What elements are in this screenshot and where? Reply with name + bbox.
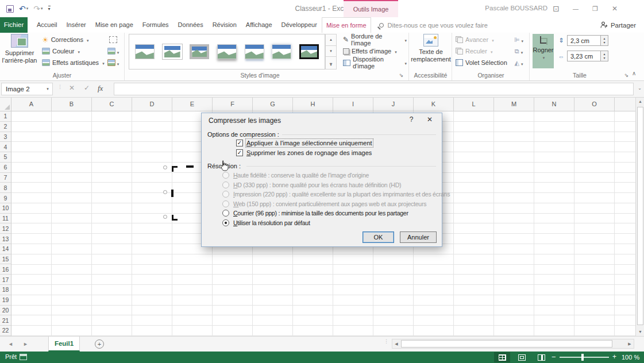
- formula-input[interactable]: [114, 83, 634, 95]
- scroll-left-button[interactable]: ◀: [392, 339, 400, 348]
- crop-handle-top-middle[interactable]: [186, 165, 194, 168]
- column-header[interactable]: O: [574, 98, 615, 111]
- macro-record-icon[interactable]: [20, 354, 27, 360]
- compress-pictures-button[interactable]: [106, 34, 121, 45]
- align-button[interactable]: ⊫: [511, 34, 526, 45]
- row-header[interactable]: 1: [0, 111, 11, 122]
- tell-me-search[interactable]: Dites-nous ce que vous voulez faire: [379, 17, 488, 33]
- scroll-down-button[interactable]: ▼: [637, 328, 644, 336]
- new-sheet-button[interactable]: +: [95, 339, 104, 349]
- reculer-button[interactable]: Reculer: [454, 45, 509, 57]
- horizontal-scrollbar[interactable]: ◀ ▶: [392, 339, 634, 349]
- radio-resolution-defaut[interactable]: Utiliser la résolution par défaut: [222, 219, 452, 226]
- column-header[interactable]: F: [213, 98, 253, 111]
- taille-dialog-launcher[interactable]: [623, 72, 630, 79]
- maximize-button[interactable]: [585, 0, 605, 17]
- next-sheet-button[interactable]: ►: [23, 341, 28, 347]
- name-box[interactable]: Image 2 ▾: [1, 83, 53, 95]
- column-header[interactable]: E: [172, 98, 213, 111]
- name-box-splitter[interactable]: ⋮: [57, 86, 63, 88]
- picture-style-1[interactable]: [133, 42, 156, 61]
- selection-handle[interactable]: [163, 190, 167, 194]
- column-header[interactable]: A: [11, 98, 52, 111]
- row-header[interactable]: 3: [0, 132, 11, 142]
- insert-function-button[interactable]: fx: [98, 84, 103, 93]
- previous-sheet-button[interactable]: ◄: [8, 341, 13, 347]
- group-objects-button[interactable]: ⧉: [511, 45, 526, 57]
- tab-mise-en-page[interactable]: Mise en page: [91, 17, 138, 33]
- bordure-image-button[interactable]: ✎Bordure de l'image: [341, 34, 408, 45]
- column-header[interactable]: K: [414, 98, 454, 111]
- tab-fichier[interactable]: Fichier: [0, 17, 28, 33]
- tab-mise-en-forme[interactable]: Mise en forme: [322, 17, 371, 33]
- disposition-image-button[interactable]: Disposition d'image: [341, 57, 408, 68]
- radio-web-150[interactable]: Web (150 ppp) : convient particulièremen…: [222, 200, 452, 207]
- row-header[interactable]: 2: [0, 122, 11, 132]
- picture-style-5[interactable]: [243, 42, 266, 61]
- collapse-ribbon-button[interactable]: ∧: [632, 70, 636, 76]
- column-header[interactable]: M: [494, 98, 534, 111]
- row-header[interactable]: 9: [0, 193, 11, 203]
- enter-entry-button[interactable]: ✓: [84, 84, 90, 92]
- tab-revision[interactable]: Révision: [208, 17, 241, 33]
- height-field[interactable]: 2,3 cm ▴▾: [567, 35, 608, 46]
- column-header[interactable]: C: [92, 98, 132, 111]
- row-header[interactable]: 18: [0, 285, 11, 295]
- alt-text-button[interactable]: Texte de remplacement: [411, 34, 451, 63]
- view-page-layout-button[interactable]: [514, 352, 530, 362]
- picture-style-3[interactable]: [188, 42, 211, 61]
- couleur-button[interactable]: Couleur: [40, 45, 106, 57]
- row-header[interactable]: 20: [0, 306, 11, 316]
- row-header[interactable]: 7: [0, 173, 11, 183]
- column-header[interactable]: N: [534, 98, 574, 111]
- tab-formules[interactable]: Formules: [138, 17, 173, 33]
- column-header[interactable]: L: [454, 98, 494, 111]
- row-header[interactable]: 16: [0, 264, 11, 275]
- view-normal-button[interactable]: [494, 352, 510, 362]
- remove-background-button[interactable]: Supprimer l'arrière-plan: [1, 34, 38, 64]
- radio-hd-330[interactable]: HD (330 ppp) : bonne qualité pour les éc…: [222, 181, 452, 188]
- ok-button[interactable]: OK: [363, 231, 394, 243]
- selection-handle[interactable]: [163, 215, 167, 219]
- width-field[interactable]: 3,23 cm ▴▾: [567, 51, 608, 61]
- picture-style-2[interactable]: [161, 42, 184, 61]
- ribbon-display-options-button[interactable]: [546, 0, 566, 17]
- zoom-slider-thumb[interactable]: [581, 354, 584, 361]
- share-button[interactable]: Partager: [600, 17, 636, 33]
- styles-dialog-launcher[interactable]: [398, 72, 405, 79]
- tab-affichage[interactable]: Affichage: [241, 17, 277, 33]
- column-header[interactable]: G: [253, 98, 293, 111]
- avancer-button[interactable]: Avancer: [454, 34, 509, 45]
- row-header[interactable]: 6: [0, 163, 11, 173]
- cancel-entry-button[interactable]: ✕: [69, 84, 75, 92]
- picture-style-4[interactable]: [215, 42, 238, 61]
- crop-handle-top-left[interactable]: [172, 166, 178, 172]
- column-header[interactable]: B: [52, 98, 92, 111]
- tab-developpeur[interactable]: Développeur: [277, 17, 322, 33]
- picture-style-7[interactable]: [298, 42, 321, 61]
- gallery-up-button[interactable]: ▴: [325, 34, 337, 46]
- corrections-button[interactable]: ☀Corrections: [40, 34, 106, 45]
- horizontal-scrollbar-thumb[interactable]: [401, 340, 612, 347]
- zoom-level[interactable]: 100 %: [622, 354, 639, 361]
- row-header[interactable]: 14: [0, 244, 11, 254]
- vertical-scrollbar-thumb[interactable]: [637, 107, 643, 325]
- rotate-button[interactable]: ◭: [511, 57, 526, 68]
- zoom-out-button[interactable]: −: [552, 353, 556, 361]
- zoom-in-button[interactable]: +: [612, 353, 616, 361]
- change-picture-button[interactable]: [106, 45, 121, 57]
- row-header[interactable]: 8: [0, 183, 11, 193]
- row-header[interactable]: 10: [0, 203, 11, 214]
- column-header[interactable]: J: [373, 98, 414, 111]
- column-header[interactable]: D: [132, 98, 172, 111]
- row-header[interactable]: 22: [0, 326, 11, 336]
- sheet-tab-feuil1[interactable]: Feuil1: [48, 337, 80, 352]
- row-header[interactable]: 13: [0, 234, 11, 244]
- height-spinner[interactable]: ▴▾: [600, 36, 608, 45]
- select-all-corner[interactable]: [0, 98, 11, 111]
- expand-formula-bar-button[interactable]: ⌄: [638, 86, 642, 91]
- gallery-more-button[interactable]: [325, 57, 337, 69]
- crop-handle-bottom-left[interactable]: [172, 215, 178, 221]
- vertical-scrollbar[interactable]: ▲ ▼: [635, 98, 644, 336]
- minimize-button[interactable]: [566, 0, 585, 17]
